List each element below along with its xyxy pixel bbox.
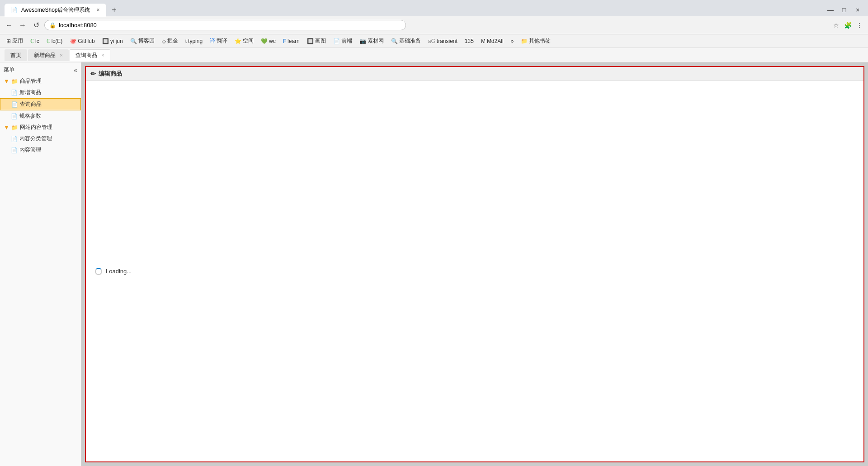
edit-product-modal: ✏ 编辑商品 Loading... <box>85 66 864 462</box>
sidebar-group-content: ▼ 📁 网站内容管理 📄 内容分类管理 📄 内容管理 <box>0 122 81 156</box>
modal-header-icon: ✏ <box>90 70 96 77</box>
sidebar-item-spec-params[interactable]: 📄 规格参数 <box>0 110 81 122</box>
bookmark-space[interactable]: ⭐空间 <box>232 36 256 46</box>
sidebar-item-query-product-label: 查询商品 <box>20 100 42 108</box>
sidebar-item-add-product[interactable]: 📄 新增商品 <box>0 87 81 98</box>
bookmark-135[interactable]: 135 <box>462 37 476 45</box>
app-tabs-bar: 首页 新增商品 × 查询商品 × <box>0 48 868 62</box>
bookmarks-bar: ⊞应用 ℂlc ℂlc(E) 🐙GitHub 🔲yi jun 🔍博客园 ◇掘金 … <box>0 34 868 48</box>
tab-new-product[interactable]: 新增商品 × <box>28 49 69 61</box>
reload-button[interactable]: ↺ <box>31 20 42 31</box>
tab-query-product[interactable]: 查询商品 × <box>70 49 110 61</box>
folder-products-icon: 📁 <box>11 78 18 85</box>
sidebar-group-content-label: 网站内容管理 <box>20 124 52 131</box>
bookmark-translate[interactable]: 译翻译 <box>207 36 230 46</box>
tab-bar: 📄 AwesomeShop后台管理系统 × + <box>5 4 121 17</box>
folder-content-icon: 📁 <box>11 124 18 131</box>
bookmark-basic[interactable]: 🔍基础准备 <box>388 36 424 46</box>
bookmark-md2all[interactable]: MMd2All <box>478 37 506 45</box>
tab-home-label: 首页 <box>10 52 21 58</box>
title-bar: 📄 AwesomeShop后台管理系统 × + — □ × <box>0 0 868 16</box>
sidebar-item-content-category[interactable]: 📄 内容分类管理 <box>0 133 81 144</box>
forward-button[interactable]: → <box>17 20 28 31</box>
main-layout: 菜单 « ▼ 📁 商品管理 📄 新增商品 📄 查询商品 <box>0 62 868 466</box>
bookmark-yijun[interactable]: 🔲yi jun <box>99 37 126 45</box>
address-input[interactable] <box>59 22 401 29</box>
browser-window: 📄 AwesomeShop后台管理系统 × + — □ × ← → ↺ 🔒 ☆ … <box>0 0 868 48</box>
sidebar-header: 菜单 « <box>0 64 81 76</box>
tab-favicon: 📄 <box>11 7 18 13</box>
spinner-icon <box>95 268 102 275</box>
sidebar: 菜单 « ▼ 📁 商品管理 📄 新增商品 📄 查询商品 <box>0 62 81 466</box>
sidebar-item-spec-params-label: 规格参数 <box>19 112 41 120</box>
tab-query-product-close[interactable]: × <box>101 52 104 58</box>
window-controls: — □ × <box>825 4 863 16</box>
sidebar-item-query-product[interactable]: 📄 查询商品 <box>0 98 81 110</box>
doc-icon-spec: 📄 <box>11 113 18 119</box>
folder-open-icon: ▼ <box>4 78 9 85</box>
bookmark-github[interactable]: 🐙GitHub <box>67 37 97 45</box>
bookmark-otherfolder[interactable]: 📁其他书签 <box>518 36 553 46</box>
sidebar-menu-label: 菜单 <box>4 66 14 74</box>
bookmark-apps[interactable]: ⊞应用 <box>4 36 26 46</box>
modal-body: Loading... <box>86 81 863 461</box>
doc-icon-content: 📄 <box>11 147 18 153</box>
folder-content-expand-icon: ▼ <box>4 124 9 131</box>
bookmark-frontend[interactable]: 📄前端 <box>330 36 355 46</box>
address-bar[interactable]: 🔒 <box>44 20 406 30</box>
app-container: 首页 新增商品 × 查询商品 × 菜单 « ▼ 📁 商品管理 <box>0 48 868 466</box>
tab-title: AwesomeShop后台管理系统 <box>21 6 90 14</box>
menu-icon[interactable]: ⋮ <box>854 20 864 30</box>
doc-icon-add: 📄 <box>11 90 18 96</box>
modal-header: ✏ 编辑商品 <box>86 67 863 81</box>
active-tab[interactable]: 📄 AwesomeShop后台管理系统 × <box>5 4 106 17</box>
bookmark-draw[interactable]: 🔲画图 <box>304 36 329 46</box>
sidebar-group-products-title[interactable]: ▼ 📁 商品管理 <box>0 76 81 87</box>
bookmark-typing[interactable]: ttyping <box>183 37 205 45</box>
bookmark-learn[interactable]: Flearn <box>280 37 302 45</box>
doc-icon-category: 📄 <box>11 136 18 142</box>
bookmark-lce[interactable]: ℂlc(E) <box>44 37 66 45</box>
new-tab-button[interactable]: + <box>108 4 121 16</box>
tab-new-product-close[interactable]: × <box>60 52 62 58</box>
sidebar-group-products-label: 商品管理 <box>20 77 42 85</box>
star-icon[interactable]: ☆ <box>831 20 841 30</box>
sidebar-item-content-manage-label: 内容管理 <box>19 146 41 154</box>
nav-bar: ← → ↺ 🔒 ☆ 🧩 ⋮ <box>0 16 868 34</box>
tab-query-product-label: 查询商品 <box>75 52 97 58</box>
sidebar-item-content-manage[interactable]: 📄 内容管理 <box>0 144 81 156</box>
tab-home[interactable]: 首页 <box>5 49 27 61</box>
tab-new-product-label: 新增商品 <box>34 52 56 58</box>
loading-indicator: Loading... <box>95 268 132 275</box>
minimize-button[interactable]: — <box>825 4 836 16</box>
sidebar-group-content-title[interactable]: ▼ 📁 网站内容管理 <box>0 122 81 133</box>
tab-close-icon[interactable]: × <box>97 7 100 13</box>
back-button[interactable]: ← <box>4 20 14 31</box>
sidebar-item-content-category-label: 内容分类管理 <box>19 135 52 143</box>
bookmark-more[interactable]: » <box>508 37 517 45</box>
close-button[interactable]: × <box>852 4 863 16</box>
bookmark-material[interactable]: 📷素材网 <box>357 36 387 46</box>
modal-title: 编辑商品 <box>99 70 122 78</box>
sidebar-group-products: ▼ 📁 商品管理 📄 新增商品 📄 查询商品 📄 规格参数 <box>0 76 81 122</box>
doc-icon-query: 📄 <box>11 101 18 108</box>
bookmark-lc[interactable]: ℂlc <box>28 37 42 45</box>
loading-label: Loading... <box>106 268 132 275</box>
nav-icons-right: ☆ 🧩 ⋮ <box>831 20 864 30</box>
content-area: 商品列表 ✚ 新增 ✏ 编辑 ✗ 删除 ▼ 下架 <box>81 62 868 466</box>
bookmark-wc[interactable]: 💚wc <box>258 37 278 45</box>
bookmark-transient[interactable]: aGtransient <box>425 37 460 45</box>
extensions-icon[interactable]: 🧩 <box>843 20 853 30</box>
sidebar-item-add-product-label: 新增商品 <box>19 89 41 96</box>
sidebar-collapse-icon[interactable]: « <box>74 67 77 74</box>
maximize-button[interactable]: □ <box>838 4 850 16</box>
bookmark-juejin[interactable]: ◇掘金 <box>159 36 181 46</box>
bookmark-bokeyuan[interactable]: 🔍博客园 <box>127 36 157 46</box>
lock-icon: 🔒 <box>49 22 56 29</box>
